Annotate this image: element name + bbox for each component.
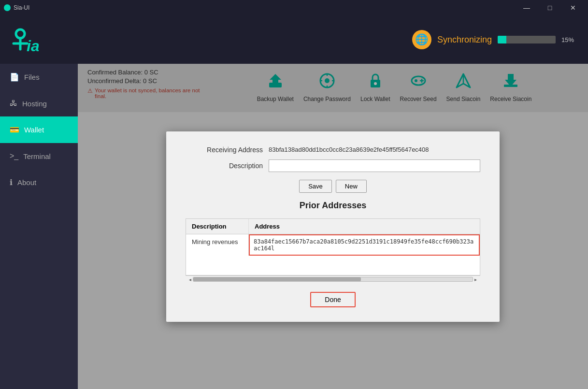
row-address: 83a84faec15667b7aca20a8105c9d2251d3191c1… <box>249 234 480 256</box>
new-button[interactable]: New <box>336 180 367 193</box>
description-input[interactable] <box>269 159 480 172</box>
sidebar-item-hosting[interactable]: 🖧 Hosting <box>0 90 78 116</box>
app-title: Sia-UI <box>14 4 29 11</box>
receiving-address-value: 83bfa138ad80dd1bcc0cc8c23a8639e2fe45ff5f… <box>269 146 480 153</box>
terminal-icon: >_ <box>10 152 18 160</box>
row-description: Mining revenues <box>186 234 249 256</box>
files-icon: 📄 <box>10 72 19 82</box>
titlebar-controls: — □ ✕ <box>516 0 584 15</box>
description-label: Description <box>186 162 263 170</box>
done-button[interactable]: Done <box>310 292 355 307</box>
titlebar: Sia-UI — □ ✕ <box>0 0 588 15</box>
sidebar-label-terminal: Terminal <box>23 152 51 160</box>
col-description-header: Description <box>186 219 249 234</box>
sia-logo: ia <box>10 25 39 54</box>
titlebar-left: Sia-UI <box>4 4 29 11</box>
receiving-address-row: Receiving Address 83bfa138ad80dd1bcc0cc8… <box>186 146 480 154</box>
sidebar: 📄 Files 🖧 Hosting 💳 Wallet >_ Terminal ℹ… <box>0 64 78 389</box>
sidebar-label-files: Files <box>24 73 40 81</box>
save-button[interactable]: Save <box>299 180 332 193</box>
svg-point-0 <box>16 29 25 38</box>
dialog-overlay: Receiving Address 83bfa138ad80dd1bcc0cc8… <box>78 64 588 389</box>
horizontal-scrollbar-row: ◂ ▸ <box>186 275 480 283</box>
sync-area: 🌐 Synchronizing 15% <box>412 30 578 49</box>
sync-percent-text: 15% <box>561 36 578 43</box>
receive-address-dialog: Receiving Address 83bfa138ad80dd1bcc0cc8… <box>166 131 500 322</box>
close-button[interactable]: ✕ <box>562 0 584 15</box>
header: ia 🌐 Synchronizing 15% <box>0 15 588 64</box>
sync-globe-icon: 🌐 <box>412 30 431 49</box>
minimize-button[interactable]: — <box>516 0 538 15</box>
sidebar-item-wallet[interactable]: 💳 Wallet <box>0 116 78 143</box>
maximize-button[interactable]: □ <box>539 0 561 15</box>
main-layout: 📄 Files 🖧 Hosting 💳 Wallet >_ Terminal ℹ… <box>0 64 588 389</box>
table-row: Mining revenues 83a84faec15667b7aca20a81… <box>186 234 480 256</box>
sidebar-label-hosting: Hosting <box>22 100 47 108</box>
sidebar-item-about[interactable]: ℹ About <box>0 169 78 196</box>
section-title: Prior Addresses <box>186 201 480 211</box>
content-area: Confirmed Balance: 0 SC Unconfirmed Delt… <box>78 64 588 389</box>
sidebar-item-files[interactable]: 📄 Files <box>0 64 78 90</box>
sidebar-label-wallet: Wallet <box>24 126 44 134</box>
wallet-icon: 💳 <box>10 125 19 134</box>
sidebar-item-terminal[interactable]: >_ Terminal <box>0 143 78 169</box>
prior-addresses-table[interactable]: Description Address Mining revenues 83a8… <box>186 218 480 275</box>
receiving-address-label: Receiving Address <box>186 146 263 154</box>
scrollbar-thumb <box>193 277 361 281</box>
done-row: Done <box>186 292 480 307</box>
scroll-left-arrow[interactable]: ◂ <box>187 277 193 282</box>
hosting-icon: 🖧 <box>10 99 17 108</box>
sync-status-text: Synchronizing <box>437 35 492 45</box>
sync-progress-fill <box>498 36 506 43</box>
svg-text:ia: ia <box>27 37 39 54</box>
save-new-buttons: Save New <box>186 180 480 193</box>
sidebar-label-about: About <box>17 178 36 187</box>
col-address-header: Address <box>249 219 480 234</box>
scroll-right-arrow[interactable]: ▸ <box>473 277 478 282</box>
sync-progress-bar <box>498 36 556 43</box>
about-icon: ℹ <box>10 178 13 187</box>
table-header: Description Address <box>186 219 480 234</box>
horizontal-scrollbar[interactable] <box>193 277 473 282</box>
description-row: Description <box>186 159 480 172</box>
app-icon <box>4 4 11 11</box>
